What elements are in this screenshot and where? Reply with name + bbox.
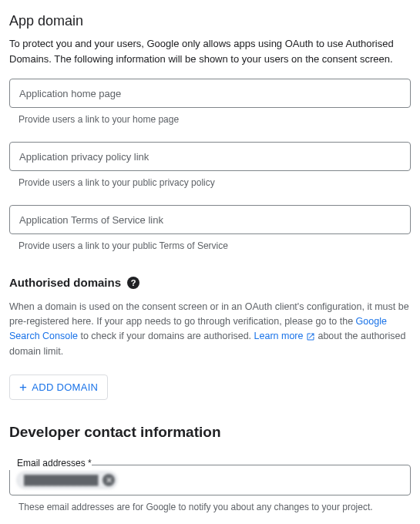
authorised-domains-title: Authorised domains <box>9 274 121 292</box>
developer-contact-title: Developer contact information <box>9 422 411 444</box>
app-domain-description: To protect you and your users, Google on… <box>9 36 411 66</box>
email-addresses-label: Email addresses * <box>9 456 92 470</box>
chip-remove-icon[interactable]: ✕ <box>102 474 115 486</box>
tos-input[interactable] <box>9 205 411 234</box>
privacy-helper: Provide users a link to your public priv… <box>9 176 411 190</box>
tos-field: Provide users a link to your public Term… <box>9 205 411 253</box>
external-link-icon <box>306 332 315 341</box>
help-icon[interactable]: ? <box>127 277 139 289</box>
app-domain-title: App domain <box>9 11 411 32</box>
plus-icon: + <box>19 381 27 394</box>
add-domain-button[interactable]: + ADD DOMAIN <box>9 375 108 400</box>
home-page-field: Provide users a link to your home page <box>9 79 411 126</box>
privacy-input[interactable] <box>9 142 411 171</box>
email-helper: These email addresses are for Google to … <box>9 500 411 514</box>
learn-more-link[interactable]: Learn more <box>254 331 315 341</box>
tos-helper: Provide users a link to your public Term… <box>9 239 411 253</box>
email-chip: ████████████ ✕ <box>16 471 118 489</box>
home-page-input[interactable] <box>9 79 411 108</box>
authorised-domains-description: When a domain is used on the consent scr… <box>9 300 411 360</box>
privacy-field: Provide users a link to your public priv… <box>9 142 411 190</box>
home-page-helper: Provide users a link to your home page <box>9 113 411 126</box>
